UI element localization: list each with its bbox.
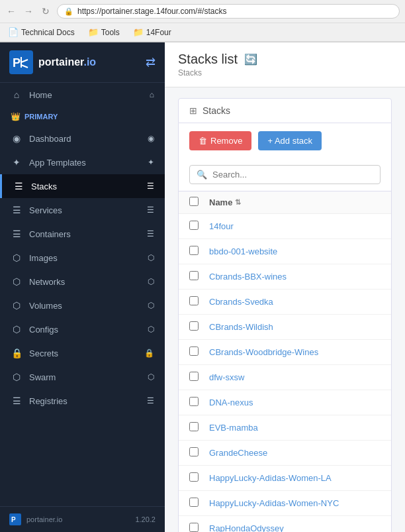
sidebar-item-services[interactable]: ☰ Services ☰ [0,198,165,222]
row-checkbox-dna-nexus[interactable] [189,397,199,406]
sidebar-item-label: Dashboard [29,134,71,144]
row-checkbox-bbdo-001-website[interactable] [189,246,199,255]
row-checkbox-raphondaodyssey[interactable] [189,523,199,532]
row-checkbox-happylucky-adidas-women-la[interactable] [189,472,199,482]
remove-button[interactable]: 🗑 Remove [189,131,251,150]
row-checkbox-cbrands-woodbridge-wines[interactable] [189,346,199,356]
sidebar-item-swarm[interactable]: ⬡ Swarm ⬡ [0,365,165,389]
footer-version: 1.20.2 [135,515,156,523]
sidebar-item-label: Home [29,90,52,100]
row-checkbox-evb-mamba[interactable] [189,422,199,431]
refresh-button[interactable]: 🔄 [244,53,257,66]
browser-chrome: ← → ↻ 🔒 https://portainer.stage.14four.c… [0,0,405,42]
sidebar-item-networks[interactable]: ⬡ Networks ⬡ [0,270,165,293]
bookmark-tools[interactable]: 📁 Tools [85,26,122,38]
sidebar-item-label: App Templates [29,158,86,168]
table-row: RapHondaOdyssey [179,516,391,532]
section-grid-icon: ⊞ [189,105,197,116]
back-button[interactable]: ← [5,5,17,17]
row-checkbox-col [189,271,209,282]
folder-icon: 📁 [88,27,99,37]
volumes-icon-right: ⬡ [148,301,154,310]
table-row: 14four [179,214,391,239]
sidebar-item-dashboard[interactable]: ◉ Dashboard ◉ [0,127,165,150]
secrets-icon: 🔒 [11,348,22,358]
app-templates-icon: ✦ [11,157,22,168]
stack-link-happylucky-adidas-women-nyc[interactable]: HappyLucky-Adidas-Women-NYC [209,498,381,508]
stack-link-bbdo-001-website[interactable]: bbdo-001-website [209,246,381,256]
sidebar-item-secrets[interactable]: 🔒 Secrets 🔒 [0,341,165,365]
name-col-label: Name [209,197,232,207]
footer-logo-text: portainer.io [26,515,62,523]
stack-link-happylucky-adidas-women-la[interactable]: HappyLucky-Adidas-Women-LA [209,473,381,483]
stack-link-grandecheese[interactable]: GrandeCheese [209,448,381,458]
volumes-icon: ⬡ [11,300,22,311]
section-header: ⊞ Stacks [178,98,392,123]
sidebar-item-configs[interactable]: ⬡ Configs ⬡ [0,317,165,341]
row-checkbox-cbrands-wildish[interactable] [189,321,199,331]
forward-button[interactable]: → [22,5,34,17]
content-area: ⊞ Stacks 🗑 Remove + Add stack 🔍 [165,87,405,532]
stack-link-cbrands-wildish[interactable]: CBrands-Wildish [209,322,381,332]
reload-button[interactable]: ↻ [40,5,52,17]
sidebar-item-containers[interactable]: ☰ Containers ☰ [0,222,165,246]
page-title: Stacks list [178,52,238,67]
search-input[interactable] [212,170,373,180]
row-checkbox-col [189,472,209,484]
bookmark-technical-docs[interactable]: 📄 Technical Docs [5,26,77,38]
stack-link-cbrands-svedka[interactable]: Cbrands-Svedka [209,297,381,307]
row-checkbox-dfw-sxsw[interactable] [189,372,199,381]
stack-link-evb-mamba[interactable]: EVB-mamba [209,423,381,433]
sidebar-item-stacks[interactable]: ☰ Stacks ☰ [0,174,165,198]
row-checkbox-cbrands-svedka[interactable] [189,296,199,305]
row-checkbox-col [189,321,209,333]
dashboard-icon-right: ◉ [148,134,154,143]
header-checkbox-col [189,197,209,208]
sidebar-footer: P portainer.io 1.20.2 [0,506,165,532]
section-label: Stacks [202,105,230,116]
footer-portainer-icon: P [9,513,21,525]
select-all-checkbox[interactable] [189,197,199,206]
sidebar-item-label: Swarm [29,372,56,382]
bookmark-14four[interactable]: 📁 14Four [130,26,174,38]
row-checkbox-grandecheese[interactable] [189,447,199,456]
address-bar[interactable]: 🔒 https://portainer.stage.14four.com/#/s… [57,4,400,19]
row-checkbox-col [189,246,209,257]
stack-link-cbrands-bbx-wines[interactable]: Cbrands-BBX-wines [209,272,381,282]
transfer-icon[interactable]: ⇄ [146,55,156,70]
sidebar-item-images[interactable]: ⬡ Images ⬡ [0,246,165,270]
bookmark-label: Tools [101,28,120,37]
main-header: Stacks list 🔄 Stacks [165,42,405,87]
sidebar-item-home[interactable]: ⌂ Home ⌂ [0,83,165,107]
row-checkbox-col [189,447,209,458]
table-row: GrandeCheese [179,441,391,466]
containers-icon: ☰ [11,229,22,239]
stack-link-dna-nexus[interactable]: DNA-nexus [209,398,381,407]
table-row: HappyLucky-Adidas-Women-NYC [179,491,391,516]
sidebar-logo: P portainer.io ⇄ [0,42,165,83]
toolbar: 🗑 Remove + Add stack [178,123,392,158]
sidebar-item-volumes[interactable]: ⬡ Volumes ⬡ [0,293,165,317]
portainer-logo-icon: P [9,50,33,74]
main-title-row: Stacks list 🔄 [178,52,392,67]
table-row: HappyLucky-Adidas-Women-LA [179,466,391,491]
trash-icon: 🗑 [199,136,207,146]
sidebar-item-app-templates[interactable]: ✦ App Templates ✦ [0,150,165,174]
stack-link-raphondaodyssey[interactable]: RapHondaOdyssey [209,523,381,532]
configs-icon: ⬡ [11,324,22,335]
add-stack-button[interactable]: + Add stack [258,131,322,150]
dashboard-icon: ◉ [11,133,22,144]
row-checkbox-14four[interactable] [189,221,199,230]
stack-link-dfw-sxsw[interactable]: dfw-sxsw [209,372,381,382]
images-icon: ⬡ [11,252,22,263]
stack-link-14four[interactable]: 14four [209,221,381,231]
sidebar-item-registries[interactable]: ☰ Registries ☰ [0,389,165,413]
sort-icon[interactable]: ⇅ [235,198,241,207]
stack-link-cbrands-woodbridge-wines[interactable]: CBrands-Woodbridge-Wines [209,347,381,357]
sidebar-item-label: Registries [29,396,68,406]
stacks-icon-right: ☰ [147,182,154,191]
row-checkbox-cbrands-bbx-wines[interactable] [189,271,199,280]
browser-nav: ← → ↻ 🔒 https://portainer.stage.14four.c… [0,0,405,23]
row-checkbox-happylucky-adidas-women-nyc[interactable] [189,498,199,507]
containers-icon-right: ☰ [147,229,154,239]
